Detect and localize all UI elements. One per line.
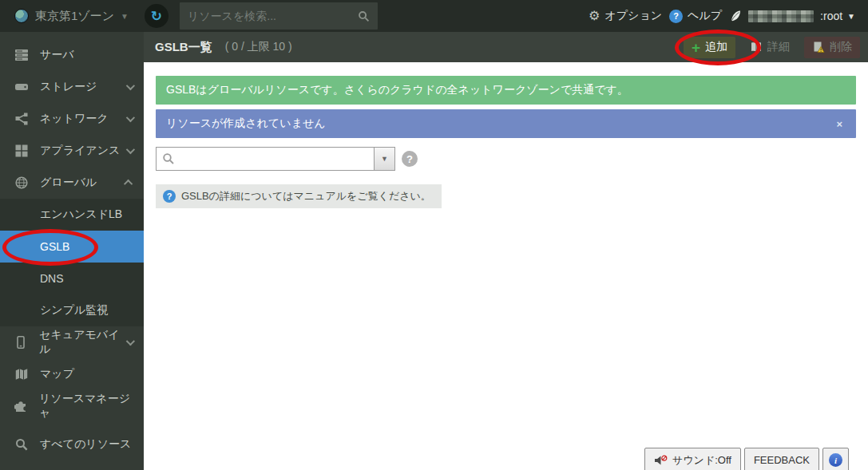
add-button[interactable]: + 追加 — [684, 37, 735, 58]
feather-icon — [729, 10, 742, 22]
help-button[interactable]: ? ヘルプ — [669, 9, 722, 23]
sidebar-item-gslb[interactable]: GSLB — [0, 231, 144, 263]
chevron-down-icon: ▼ — [381, 155, 388, 163]
detail-button[interactable]: 詳細 — [742, 37, 798, 58]
sidebar-item-enhanced-lb[interactable]: エンハンスドLB — [0, 199, 144, 231]
manual-note: ? GSLBの詳細についてはマニュアルをご覧ください。 — [156, 184, 442, 208]
sidebar-item-map[interactable]: マップ — [0, 358, 144, 390]
search-icon — [162, 152, 175, 165]
sidebar-item-label: GSLB — [40, 240, 69, 253]
sidebar-item-resource-manager[interactable]: リソースマネージャ — [0, 390, 144, 422]
book-icon — [750, 41, 763, 53]
help-icon: ? — [669, 10, 683, 23]
sidebar: サーバ ストレージ ネットワーク — [0, 32, 144, 470]
sidebar-item-label: ストレージ — [40, 80, 97, 94]
page-title: GSLB一覧 — [155, 40, 212, 55]
chevron-up-icon — [124, 180, 133, 188]
main-content: GSLB一覧 ( 0 / 上限 10 ) + 追加 詳細 削除 — [144, 32, 868, 470]
sidebar-item-label: マップ — [40, 367, 74, 381]
sidebar-item-label: サーバ — [40, 48, 74, 62]
sidebar-item-dns[interactable]: DNS — [0, 263, 144, 294]
sidebar-item-network[interactable]: ネットワーク — [0, 103, 144, 135]
delete-button-label: 削除 — [830, 40, 852, 54]
appliance-icon — [14, 144, 28, 158]
question-icon: ? — [163, 190, 176, 203]
sidebar-item-server[interactable]: サーバ — [0, 39, 144, 71]
topbar: 東京第1ゾーン ▼ ↻ ⚙ オプション ? ヘルプ :root ▼ — [0, 0, 868, 32]
filter-row: ▼ ? — [156, 147, 856, 171]
global-resource-banner: GSLBはグローバルリソースです。さくらのクラウドの全ネットワークゾーンで共通で… — [156, 76, 856, 105]
mobile-icon — [14, 336, 27, 350]
help-label: ヘルプ — [688, 9, 722, 23]
filter-dropdown-button[interactable]: ▼ — [374, 148, 394, 170]
close-icon[interactable]: × — [833, 118, 846, 130]
sidebar-item-label: アプライアンス — [40, 144, 120, 158]
sidebar-item-label: セキュアモバイル — [39, 328, 126, 357]
sidebar-item-simple-monitor[interactable]: シンプル監視 — [0, 294, 144, 326]
puzzle-icon — [14, 400, 27, 413]
refresh-icon: ↻ — [151, 10, 162, 23]
account-suffix: :root — [820, 10, 842, 22]
no-resource-banner: リソースが作成されていません × — [156, 109, 856, 138]
storage-icon — [14, 81, 28, 94]
sidebar-item-label: リソースマネージャ — [39, 392, 133, 421]
global-search-input[interactable] — [188, 10, 358, 22]
sidebar-item-secure-mobile[interactable]: セキュアモバイル — [0, 326, 144, 358]
footer-buttons: サウンド:Off FEEDBACK i — [644, 448, 849, 470]
manual-note-text: GSLBの詳細についてはマニュアルをご覧ください。 — [181, 189, 431, 203]
topbar-right: ⚙ オプション ? ヘルプ :root ▼ — [589, 9, 868, 23]
no-resource-banner-text: リソースが作成されていません — [166, 117, 326, 131]
options-button[interactable]: ⚙ オプション — [589, 9, 662, 23]
feedback-button[interactable]: FEEDBACK — [744, 448, 819, 470]
resource-count: ( 0 / 上限 10 ) — [225, 40, 292, 54]
network-icon — [14, 113, 28, 126]
sidebar-item-global[interactable]: グローバル — [0, 167, 144, 199]
global-submenu: エンハンスドLB GSLB DNS シンプル監視 — [0, 199, 144, 326]
search-icon — [14, 438, 28, 452]
detail-button-label: 詳細 — [767, 40, 790, 54]
zone-label: 東京第1ゾーン — [35, 9, 114, 24]
add-button-label: 追加 — [705, 40, 727, 54]
speaker-mute-icon — [654, 455, 668, 466]
chevron-down-icon — [126, 337, 135, 346]
filter-input[interactable] — [180, 148, 374, 170]
sidebar-item-label: グローバル — [40, 176, 97, 190]
main-body: GSLBはグローバルリソースです。さくらのクラウドの全ネットワークゾーンで共通で… — [144, 62, 868, 208]
account-name-blurred — [748, 10, 814, 22]
sidebar-item-label: DNS — [40, 272, 64, 285]
header-buttons: + 追加 詳細 削除 — [684, 37, 860, 58]
filter-help-icon[interactable]: ? — [402, 151, 418, 167]
sidebar-item-label: すべてのリソース — [40, 437, 131, 452]
zone-globe-icon — [14, 9, 29, 23]
chevron-down-icon — [126, 81, 135, 90]
gear-icon: ⚙ — [589, 10, 600, 22]
sidebar-item-label: シンプル監視 — [40, 303, 108, 318]
global-resource-banner-text: GSLBはグローバルリソースです。さくらのクラウドの全ネットワークゾーンで共通で… — [166, 83, 628, 97]
chevron-down-icon — [126, 113, 135, 122]
sidebar-item-storage[interactable]: ストレージ — [0, 71, 144, 103]
sound-toggle-label: サウンド:Off — [672, 453, 731, 468]
server-icon — [14, 49, 28, 62]
options-label: オプション — [604, 9, 662, 23]
globe-icon — [14, 176, 28, 190]
info-button[interactable]: i — [822, 448, 849, 470]
filter-box: ▼ — [156, 147, 395, 171]
sidebar-item-all-resources[interactable]: すべてのリソース — [0, 429, 144, 460]
info-icon: i — [829, 453, 842, 467]
refresh-button[interactable]: ↻ — [145, 4, 168, 28]
plus-icon: + — [692, 40, 700, 55]
sidebar-item-label: エンハンスドLB — [40, 207, 122, 222]
sidebar-item-label: ネットワーク — [40, 112, 109, 126]
sidebar-item-appliance[interactable]: アプライアンス — [0, 135, 144, 167]
feedback-label: FEEDBACK — [754, 454, 810, 466]
content-header: GSLB一覧 ( 0 / 上限 10 ) + 追加 詳細 削除 — [144, 32, 868, 62]
chevron-down-icon: ▼ — [847, 12, 855, 21]
account-menu[interactable]: :root ▼ — [729, 10, 855, 22]
chevron-down-icon: ▼ — [121, 12, 129, 21]
delete-button[interactable]: 削除 — [804, 37, 860, 58]
search-icon — [358, 10, 370, 22]
zone-selector[interactable]: 東京第1ゾーン ▼ — [0, 9, 140, 24]
sound-toggle-button[interactable]: サウンド:Off — [644, 448, 741, 470]
delete-warning-icon — [812, 41, 825, 53]
global-search — [180, 2, 378, 30]
